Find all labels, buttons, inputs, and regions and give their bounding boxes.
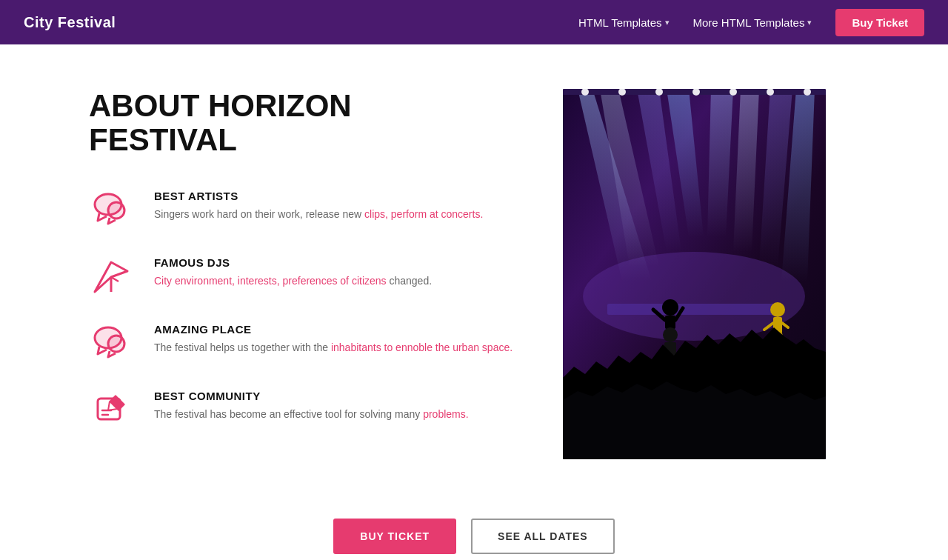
feature-best-community-desc: The festival has become an effective too… xyxy=(154,407,518,423)
feature-best-community-text: BEST COMMUNITY The festival has become a… xyxy=(154,387,518,423)
navbar: City Festival HTML Templates ▾ More HTML… xyxy=(0,0,948,44)
svg-point-25 xyxy=(770,302,785,317)
chat-bubble-2-icon xyxy=(89,320,133,364)
feature-best-artists-desc: Singers work hard on their work, release… xyxy=(154,207,518,223)
feature-best-community-title: BEST COMMUNITY xyxy=(154,390,518,402)
dropdown-caret-icon: ▾ xyxy=(665,18,670,27)
main-content: ABOUT HORIZON FESTIVAL BEST ART xyxy=(0,44,948,489)
feature-famous-djs: FAMOUS DJs City environment, interests, … xyxy=(89,253,518,298)
feature-amazing-place: AMAZING PLACE The festival helps us toge… xyxy=(89,320,518,364)
edit-icon xyxy=(89,387,133,431)
buttons-section: BUY TICKET SEE ALL DATES xyxy=(0,489,948,560)
nav-html-templates[interactable]: HTML Templates ▾ xyxy=(578,16,670,29)
left-column: ABOUT HORIZON FESTIVAL BEST ART xyxy=(89,89,518,431)
paper-plane-icon xyxy=(89,253,133,298)
nav-links: HTML Templates ▾ More HTML Templates ▾ B… xyxy=(578,9,924,36)
svg-point-31 xyxy=(662,299,678,316)
feature-best-artists-text: BEST ARTISTS Singers work hard on their … xyxy=(154,187,518,223)
chat-bubble-icon xyxy=(89,187,133,231)
feature-famous-djs-text: FAMOUS DJs City environment, interests, … xyxy=(154,253,518,290)
svg-point-35 xyxy=(663,327,678,342)
feature-famous-djs-title: FAMOUS DJs xyxy=(154,256,518,269)
nav-more-html-templates[interactable]: More HTML Templates ▾ xyxy=(693,16,812,29)
brand-logo: City Festival xyxy=(24,14,116,31)
concert-image xyxy=(563,89,826,459)
feature-best-community: BEST COMMUNITY The festival has become a… xyxy=(89,387,518,431)
features-list: BEST ARTISTS Singers work hard on their … xyxy=(89,187,518,431)
svg-rect-24 xyxy=(607,304,781,315)
concert-image-bg xyxy=(563,89,826,459)
svg-rect-32 xyxy=(665,316,675,329)
see-all-dates-button[interactable]: SEE ALL DATES xyxy=(471,519,615,554)
buy-ticket-button[interactable]: BUY TICKET xyxy=(333,519,456,554)
feature-amazing-place-desc: The festival helps us together with the … xyxy=(154,340,518,356)
dropdown-caret-icon-2: ▾ xyxy=(807,18,812,27)
feature-best-artists: BEST ARTISTS Singers work hard on their … xyxy=(89,187,518,231)
feature-famous-djs-desc: City environment, interests, preferences… xyxy=(154,273,518,290)
nav-buy-ticket-button[interactable]: Buy Ticket xyxy=(835,9,924,36)
feature-amazing-place-text: AMAZING PLACE The festival helps us toge… xyxy=(154,320,518,356)
feature-amazing-place-title: AMAZING PLACE xyxy=(154,323,518,336)
feature-best-artists-title: BEST ARTISTS xyxy=(154,190,518,202)
right-column xyxy=(563,89,826,459)
page-title: ABOUT HORIZON FESTIVAL xyxy=(89,89,518,157)
